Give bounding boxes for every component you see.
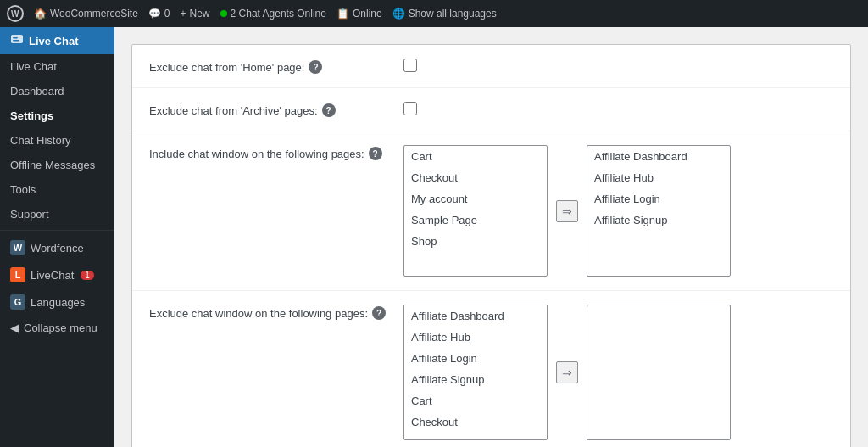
- livechat-plugin-label: LiveChat: [31, 269, 74, 282]
- languages-label: Languages: [31, 296, 85, 309]
- exclude-archive-label: Exclude chat from 'Archive' pages: ?: [149, 102, 387, 117]
- sidebar-item-livechat[interactable]: Live Chat: [0, 54, 114, 79]
- sidebar-item-livechat-label: Live Chat: [10, 60, 57, 73]
- list-item[interactable]: Cart: [404, 390, 547, 411]
- wp-logo-item[interactable]: W: [7, 5, 24, 22]
- sidebar-item-offline-messages-label: Offline Messages: [10, 159, 95, 171]
- sidebar-item-languages[interactable]: G Languages: [0, 288, 114, 316]
- sidebar-item-settings-label: Settings: [10, 109, 53, 122]
- include-pages-arrow-btn[interactable]: ⇒: [556, 200, 578, 222]
- exclude-pages-help-icon[interactable]: ?: [372, 306, 386, 320]
- sidebar-item-dashboard-label: Dashboard: [10, 85, 64, 98]
- show-languages[interactable]: 🌐 Show all languages: [392, 8, 497, 20]
- sidebar-item-support-label: Support: [10, 208, 49, 221]
- comments-item[interactable]: 💬 0: [148, 8, 170, 20]
- exclude-pages-selector: Affiliate Dashboard Affiliate Hub Affili…: [403, 305, 731, 440]
- include-pages-help-icon[interactable]: ?: [369, 147, 382, 160]
- wordfence-icon: W: [10, 240, 25, 255]
- list-item[interactable]: My account: [404, 188, 547, 210]
- sidebar-item-wordfence[interactable]: W Wordfence: [0, 234, 114, 261]
- include-pages-left-listbox[interactable]: Cart Checkout My account Sample Page Sho…: [403, 145, 548, 277]
- exclude-home-row: Exclude chat from 'Home' page: ?: [132, 45, 850, 88]
- include-pages-row: Include chat window on the following pag…: [132, 131, 850, 291]
- svg-rect-3: [13, 37, 18, 39]
- list-item[interactable]: Shop: [404, 231, 547, 252]
- sidebar: Live Chat Live Chat Dashboard Settings C…: [0, 27, 114, 447]
- sidebar-title: Live Chat: [29, 35, 79, 47]
- exclude-pages-label: Exclude chat window on the following pag…: [149, 305, 387, 320]
- exclude-archive-checkbox-wrap: [403, 102, 417, 115]
- sidebar-item-dashboard[interactable]: Dashboard: [0, 79, 114, 103]
- list-item[interactable]: Affiliate Dashboard: [587, 146, 730, 167]
- sidebar-item-tools-label: Tools: [10, 183, 36, 196]
- exclude-home-label: Exclude chat from 'Home' page: ?: [149, 59, 387, 74]
- exclude-pages-arrow-btn[interactable]: ⇒: [556, 361, 578, 383]
- list-item[interactable]: Affiliate Login: [587, 188, 730, 210]
- agents-item: 2 Chat Agents Online: [220, 8, 326, 20]
- list-item[interactable]: Affiliate Hub: [404, 327, 547, 348]
- list-item[interactable]: Affiliate Signup: [587, 210, 730, 231]
- settings-card: Exclude chat from 'Home' page: ? Exclude…: [131, 44, 851, 447]
- list-item[interactable]: Affiliate Login: [404, 348, 547, 369]
- plugins-section: W Wordfence L LiveChat 1 G Languages: [0, 230, 114, 316]
- list-item[interactable]: Sample Page: [404, 210, 547, 231]
- sidebar-item-settings[interactable]: Settings: [0, 103, 114, 128]
- list-item[interactable]: Affiliate Dashboard: [404, 305, 547, 327]
- exclude-archive-checkbox[interactable]: [403, 102, 417, 115]
- main-content: Exclude chat from 'Home' page: ? Exclude…: [114, 27, 868, 447]
- collapse-label: Collapse menu: [24, 321, 97, 334]
- languages-icon: G: [10, 294, 25, 310]
- admin-bar: W 🏠 WooCommerceSite 💬 0 + New 2 Chat Age…: [0, 0, 868, 27]
- svg-rect-4: [13, 40, 19, 42]
- sidebar-item-chat-history-label: Chat History: [10, 134, 71, 147]
- sidebar-item-support[interactable]: Support: [0, 202, 114, 226]
- collapse-menu[interactable]: ◀ Collapse menu: [0, 316, 114, 340]
- livechat-badge: 1: [81, 271, 94, 280]
- list-item[interactable]: Affiliate Signup: [404, 369, 547, 390]
- livechat-plugin-icon: L: [10, 267, 25, 282]
- sidebar-item-livechat-plugin[interactable]: L LiveChat 1: [0, 261, 114, 288]
- sidebar-header: Live Chat: [0, 27, 114, 54]
- include-pages-selector: Cart Checkout My account Sample Page Sho…: [403, 145, 731, 277]
- wordfence-label: Wordfence: [31, 242, 84, 254]
- include-pages-right-listbox[interactable]: Affiliate Dashboard Affiliate Hub Affili…: [587, 145, 731, 277]
- site-name[interactable]: 🏠 WooCommerceSite: [34, 8, 138, 20]
- list-item[interactable]: Checkout: [404, 411, 547, 433]
- exclude-home-checkbox[interactable]: [403, 59, 417, 72]
- collapse-icon: ◀: [10, 321, 19, 334]
- online-status[interactable]: 📋 Online: [337, 8, 382, 20]
- main-layout: Live Chat Live Chat Dashboard Settings C…: [0, 27, 868, 447]
- list-item[interactable]: Cart: [404, 146, 547, 167]
- sidebar-item-chat-history[interactable]: Chat History: [0, 128, 114, 153]
- sidebar-item-offline-messages[interactable]: Offline Messages: [0, 153, 114, 177]
- svg-rect-2: [11, 35, 23, 43]
- svg-text:W: W: [11, 9, 19, 19]
- list-item[interactable]: Checkout: [404, 167, 547, 188]
- new-item[interactable]: + New: [181, 8, 210, 20]
- exclude-pages-row: Exclude chat window on the following pag…: [132, 291, 850, 447]
- exclude-pages-right-listbox[interactable]: [587, 305, 731, 440]
- exclude-home-checkbox-wrap: [403, 59, 417, 72]
- exclude-archive-row: Exclude chat from 'Archive' pages: ?: [132, 88, 850, 131]
- list-item[interactable]: Affiliate Hub: [587, 167, 730, 188]
- exclude-pages-left-listbox[interactable]: Affiliate Dashboard Affiliate Hub Affili…: [403, 305, 548, 440]
- include-pages-label: Include chat window on the following pag…: [149, 145, 387, 160]
- exclude-archive-help-icon[interactable]: ?: [322, 103, 336, 117]
- list-item[interactable]: My account: [404, 433, 547, 440]
- exclude-home-help-icon[interactable]: ?: [309, 60, 322, 74]
- sidebar-item-tools[interactable]: Tools: [0, 177, 114, 202]
